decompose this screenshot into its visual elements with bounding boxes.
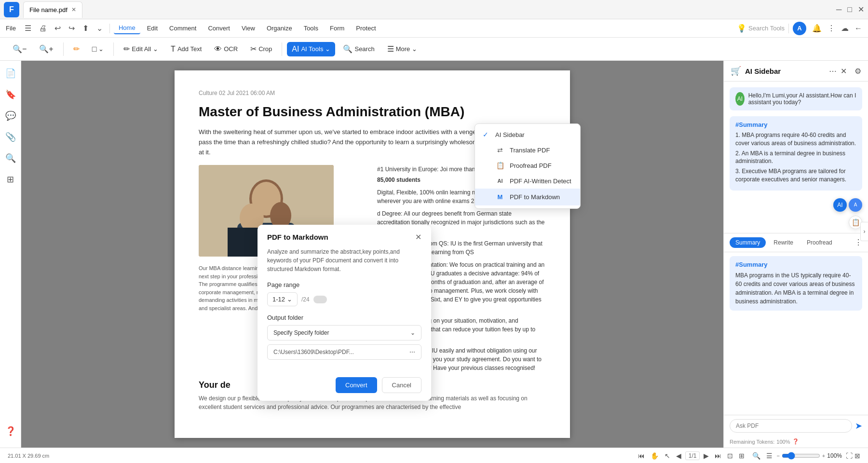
menu-more-icon[interactable]: ⌄ bbox=[94, 23, 106, 34]
ai-cart-icon[interactable]: 🛒 bbox=[731, 66, 741, 76]
ai-settings-icon[interactable]: ⚙ bbox=[854, 67, 861, 76]
menu-panel-icon[interactable]: ☰ bbox=[22, 23, 34, 34]
output-folder-label: Output folder bbox=[267, 314, 421, 321]
path-row[interactable]: C:\Users\13609\Desktop\PDF... ⋯ bbox=[267, 344, 421, 360]
tab-proofread[interactable]: Proofread bbox=[801, 237, 838, 248]
tab-rewrite[interactable]: Rewrite bbox=[768, 237, 799, 248]
menu-protect[interactable]: Protect bbox=[351, 23, 380, 34]
ai-sidebar-expand[interactable]: › bbox=[860, 222, 868, 241]
zoom-out-status-button[interactable]: 🔍 bbox=[750, 451, 762, 461]
page-range-select[interactable]: 1-12 ⌄ bbox=[267, 292, 298, 306]
tab-summary[interactable]: Summary bbox=[730, 237, 766, 248]
dropdown-ai-detect[interactable]: ✓ AI PDF AI-Written Detect bbox=[475, 173, 580, 189]
edit-all-button[interactable]: ✏ Edit All ⌄ bbox=[119, 41, 163, 56]
menu-comment[interactable]: Comment bbox=[164, 23, 201, 34]
first-page-button[interactable]: ⏮ bbox=[636, 451, 647, 461]
last-page-button[interactable]: ⏭ bbox=[713, 451, 723, 461]
document-area[interactable]: Culture 02 Jul 2021 06:00 AM Master of B… bbox=[21, 61, 723, 448]
ai-send-button[interactable]: ➤ bbox=[855, 421, 862, 431]
menu-edit[interactable]: Edit bbox=[142, 23, 163, 34]
menu-view[interactable]: View bbox=[237, 23, 260, 34]
more-button[interactable]: ☰ More ⌄ bbox=[382, 41, 422, 56]
menu-form[interactable]: Form bbox=[325, 23, 349, 34]
proofread-icon: 📋 bbox=[495, 162, 505, 169]
menu-print-icon[interactable]: 🖨 bbox=[36, 23, 50, 34]
dropdown-ai-sidebar-label: AI Sidebar bbox=[495, 131, 525, 138]
close-window-icon[interactable]: ✕ bbox=[858, 5, 864, 14]
zoom-in-button[interactable]: 🔍+ bbox=[34, 41, 58, 56]
dropdown-pdf-markdown[interactable]: ✓ M PDF to Markdown bbox=[475, 189, 580, 205]
sidebar-item-attachments[interactable]: 📎 bbox=[2, 128, 19, 146]
menu-organize[interactable]: Organize bbox=[262, 23, 297, 34]
menu-undo-icon[interactable]: ↩ bbox=[52, 23, 64, 34]
shape-button[interactable]: □ ⌄ bbox=[87, 42, 109, 56]
prev-page-button[interactable]: ◀ bbox=[674, 451, 683, 461]
ocr-button[interactable]: 👁 OCR bbox=[209, 42, 243, 56]
ai-sidebar-title: AI Sidebar bbox=[745, 67, 825, 75]
tokens-help-icon[interactable]: ❓ bbox=[792, 438, 799, 445]
fit-screen-icon[interactable]: ⊠ bbox=[854, 452, 860, 460]
doc-title: Master of Business Administration (MBA) bbox=[199, 104, 546, 120]
view-options-button[interactable]: ☰ bbox=[764, 451, 774, 461]
menu-file[interactable]: File bbox=[6, 25, 16, 32]
zoom-plus-icon[interactable]: + bbox=[822, 453, 825, 459]
ai-summary-item-2: 2. An MBA is a terminal degree in busine… bbox=[735, 150, 856, 166]
next-page-button[interactable]: ▶ bbox=[702, 451, 711, 461]
modal-close-button[interactable]: ✕ bbox=[415, 232, 421, 242]
sidebar-item-pages[interactable]: 📄 bbox=[2, 65, 19, 82]
zoom-out-button[interactable]: 🔍− bbox=[8, 41, 31, 56]
notification-icon[interactable]: 🔔 bbox=[812, 24, 822, 33]
cursor-tool-icon[interactable]: ↖ bbox=[663, 451, 672, 461]
zoom-slider[interactable] bbox=[782, 452, 820, 460]
ai-more-icon[interactable]: ⋯ bbox=[829, 67, 837, 76]
page-toggle[interactable] bbox=[313, 296, 327, 303]
cancel-button[interactable]: Cancel bbox=[382, 377, 421, 393]
search-button[interactable]: 🔍 Search bbox=[338, 41, 379, 56]
ai-robot-avatar: AI bbox=[735, 92, 745, 106]
pan-tool-icon[interactable]: ✋ bbox=[649, 451, 661, 461]
menu-upload-icon[interactable]: ⬆ bbox=[80, 23, 92, 34]
convert-button[interactable]: Convert bbox=[336, 377, 377, 393]
user-avatar-icon[interactable]: A bbox=[793, 22, 806, 35]
sidebar-item-layers[interactable]: ⊞ bbox=[2, 171, 19, 188]
upload-cloud-icon[interactable]: ☁ bbox=[841, 24, 849, 33]
highlight-button[interactable]: ✏ bbox=[68, 41, 84, 56]
ai-floating-btn-1[interactable]: AI bbox=[833, 198, 847, 212]
fit-width-button[interactable]: ⊞ bbox=[737, 451, 746, 461]
more-menu-icon[interactable]: ⋮ bbox=[827, 24, 835, 33]
menu-tools[interactable]: Tools bbox=[299, 23, 323, 34]
ai-close-icon[interactable]: ✕ bbox=[841, 67, 847, 76]
ocr-icon: 👁 bbox=[214, 45, 222, 54]
sidebar-item-bookmarks[interactable]: 🔖 bbox=[2, 86, 19, 103]
sidebar-item-comments[interactable]: 💬 bbox=[2, 107, 19, 124]
ai-tools-button[interactable]: AI AI Tools ⌄ bbox=[287, 42, 335, 56]
folder-select[interactable]: Specify Specify folder ⌄ bbox=[267, 325, 421, 340]
ask-pdf-input[interactable] bbox=[730, 419, 852, 433]
tab-filename: File name.pdf bbox=[29, 6, 68, 14]
add-text-button[interactable]: T Add Text bbox=[166, 42, 206, 56]
modal-body: Analyze and summarize the abstract,key p… bbox=[258, 242, 431, 377]
sidebar-item-help[interactable]: ❓ bbox=[2, 422, 19, 440]
tab-close-icon[interactable]: ✕ bbox=[71, 6, 76, 13]
dropdown-translate-pdf[interactable]: ✓ ⇄ Translate PDF bbox=[475, 142, 580, 158]
crop-button[interactable]: ✂ Crop bbox=[245, 41, 277, 56]
menu-home[interactable]: Home bbox=[114, 22, 140, 34]
fullscreen-icon[interactable]: ⛶ bbox=[846, 452, 853, 460]
page-dimensions: 21.01 X 29.69 cm bbox=[8, 453, 49, 459]
ai-floating-btn-2[interactable]: A bbox=[849, 198, 862, 212]
dropdown-ai-sidebar[interactable]: ✓ AI Sidebar bbox=[475, 127, 580, 142]
minimize-icon[interactable]: ─ bbox=[836, 5, 841, 14]
page-range-row: 1-12 ⌄ /24 bbox=[267, 292, 421, 306]
menu-redo-icon[interactable]: ↪ bbox=[66, 23, 78, 34]
search-icon: 🔍 bbox=[343, 44, 353, 54]
zoom-minus-icon[interactable]: − bbox=[776, 453, 779, 459]
sidebar-item-search[interactable]: 🔍 bbox=[2, 150, 19, 167]
app-logo: F bbox=[4, 2, 19, 17]
maximize-icon[interactable]: □ bbox=[847, 5, 852, 14]
menu-convert[interactable]: Convert bbox=[203, 23, 235, 34]
fit-page-button[interactable]: ⊡ bbox=[725, 451, 735, 461]
back-nav-icon[interactable]: ← bbox=[854, 24, 862, 33]
dropdown-proofread-pdf[interactable]: ✓ 📋 Proofread PDF bbox=[475, 158, 580, 173]
file-tab[interactable]: File name.pdf ✕ bbox=[23, 1, 82, 18]
menu-separator-1 bbox=[109, 24, 110, 33]
